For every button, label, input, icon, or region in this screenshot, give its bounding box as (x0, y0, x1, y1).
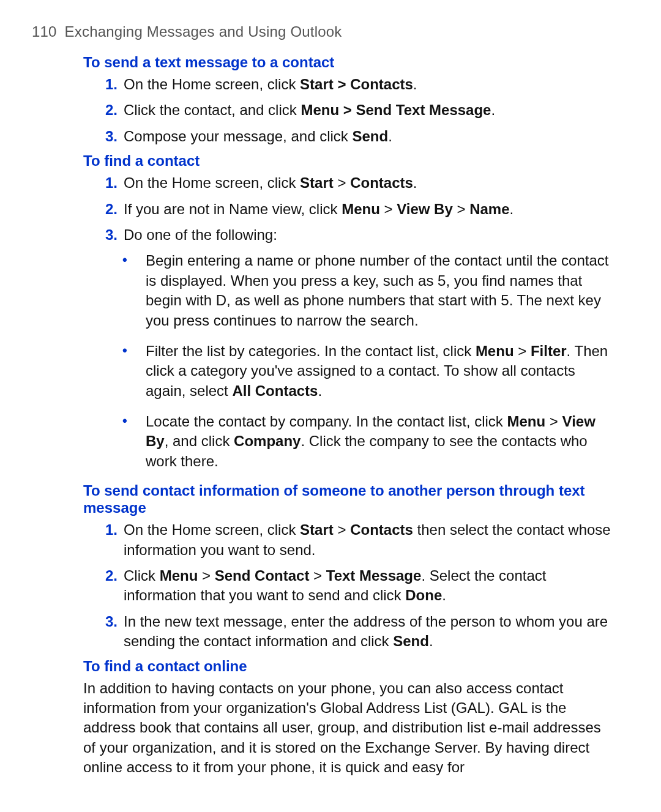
bullet-item: • Begin entering a name or phone number … (122, 251, 612, 330)
list-item: 2. Click the contact, and click Menu > S… (99, 100, 612, 120)
list-content: On the Home screen, click Start > Contac… (124, 520, 612, 560)
list-item: 1. On the Home screen, click Start > Con… (99, 520, 612, 560)
bullet-icon: • (122, 341, 135, 360)
bullet-item: • Locate the contact by company. In the … (122, 412, 612, 471)
list-marker: 3. (99, 612, 118, 631)
ordered-list: 1. On the Home screen, click Start > Con… (99, 173, 612, 245)
list-marker: 3. (99, 225, 118, 245)
bullet-list: • Begin entering a name or phone number … (122, 251, 612, 471)
section-title: To send contact information of someone t… (83, 482, 612, 516)
list-item: 1. On the Home screen, click Start > Con… (99, 173, 612, 193)
ordered-list: 1. On the Home screen, click Start > Con… (99, 75, 612, 146)
list-marker: 2. (99, 199, 118, 219)
list-marker: 2. (99, 100, 118, 120)
list-item: 2. Click Menu > Send Contact > Text Mess… (99, 566, 612, 606)
list-item: 3. In the new text message, enter the ad… (99, 612, 612, 652)
section-find-contact: To find a contact 1. On the Home screen,… (83, 152, 612, 471)
list-item: 3. Compose your message, and click Send. (99, 127, 612, 146)
list-content: Click the contact, and click Menu > Send… (124, 100, 612, 120)
page-number: 110 (32, 23, 57, 40)
list-content: On the Home screen, click Start > Contac… (124, 75, 612, 94)
list-content: Compose your message, and click Send. (124, 127, 612, 146)
section-title: To find a contact (83, 152, 612, 169)
list-content: On the Home screen, click Start > Contac… (124, 173, 612, 193)
section-find-contact-online: To find a contact online In addition to … (83, 658, 612, 778)
list-content: If you are not in Name view, click Menu … (124, 199, 612, 219)
list-marker: 1. (99, 75, 118, 94)
list-marker: 2. (99, 566, 118, 586)
bullet-content: Begin entering a name or phone number of… (146, 251, 612, 330)
section-title: To find a contact online (83, 658, 612, 675)
page-header: 110 Exchanging Messages and Using Outloo… (32, 23, 612, 40)
list-item: 1. On the Home screen, click Start > Con… (99, 75, 612, 94)
section-send-text: To send a text message to a contact 1. O… (83, 54, 612, 146)
bullet-item: • Filter the list by categories. In the … (122, 341, 612, 401)
bullet-content: Filter the list by categories. In the co… (146, 341, 612, 401)
list-content: In the new text message, enter the addre… (124, 612, 612, 652)
list-item: 3. Do one of the following: (99, 225, 612, 245)
page: 110 Exchanging Messages and Using Outloo… (0, 0, 661, 812)
list-marker: 1. (99, 173, 118, 193)
list-marker: 3. (99, 127, 118, 146)
list-content: Do one of the following: (124, 225, 612, 245)
ordered-list: 1. On the Home screen, click Start > Con… (99, 520, 612, 651)
section-title: To send a text message to a contact (83, 54, 612, 71)
list-content: Click Menu > Send Contact > Text Message… (124, 566, 612, 606)
bullet-icon: • (122, 251, 135, 270)
list-item: 2. If you are not in Name view, click Me… (99, 199, 612, 219)
section-send-contact-info: To send contact information of someone t… (83, 482, 612, 651)
bullet-content: Locate the contact by company. In the co… (146, 412, 612, 471)
section-body: In addition to having contacts on your p… (83, 679, 612, 778)
bullet-icon: • (122, 412, 135, 431)
running-title: Exchanging Messages and Using Outlook (65, 23, 342, 40)
list-marker: 1. (99, 520, 118, 540)
